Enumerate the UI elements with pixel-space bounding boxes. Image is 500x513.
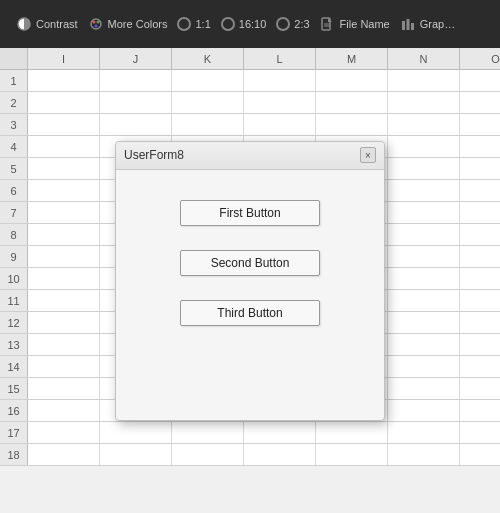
toolbar: Contrast More Colors 1:1 16:10 2:3 [0, 0, 500, 48]
toolbar-items: Contrast More Colors 1:1 16:10 2:3 [8, 0, 492, 48]
ratio-1-1-icon [177, 17, 191, 31]
second-button[interactable]: Second Button [180, 250, 320, 276]
col-header-k: K [172, 48, 244, 69]
table-row: 2 [0, 92, 500, 114]
graph-label: Grap… [420, 18, 455, 30]
toolbar-16-10[interactable]: 16:10 [221, 17, 267, 31]
dialog-titlebar: UserForm8 × [116, 142, 384, 170]
col-header-row-num [0, 48, 28, 69]
col-header-o: O [460, 48, 500, 69]
table-row: 17 [0, 422, 500, 444]
ratio-2-3-icon [276, 17, 290, 31]
toolbar-graph[interactable]: Grap… [400, 16, 455, 32]
col-header-l: L [244, 48, 316, 69]
column-headers: I J K L M N O [0, 48, 500, 70]
col-header-i: I [28, 48, 100, 69]
col-header-n: N [388, 48, 460, 69]
toolbar-more-colors[interactable]: More Colors [88, 16, 168, 32]
col-header-m: M [316, 48, 388, 69]
file-icon [320, 16, 336, 32]
svg-rect-7 [406, 19, 409, 30]
table-row: 18 [0, 444, 500, 466]
toolbar-2-3[interactable]: 2:3 [276, 17, 309, 31]
dialog-close-button[interactable]: × [360, 147, 376, 163]
svg-rect-8 [411, 23, 414, 30]
file-name-label: File Name [340, 18, 390, 30]
svg-point-3 [96, 21, 99, 24]
graph-icon [400, 16, 416, 32]
spreadsheet-grid: I J K L M N O 1 2 3 4 5 6 7 8 9 10 11 12… [0, 48, 500, 513]
col-header-j: J [100, 48, 172, 69]
svg-rect-6 [402, 21, 405, 30]
more-colors-label: More Colors [108, 18, 168, 30]
ratio-16-10-icon [221, 17, 235, 31]
toolbar-file-name[interactable]: File Name [320, 16, 390, 32]
ratio-16-10-label: 16:10 [239, 18, 267, 30]
ratio-2-3-label: 2:3 [294, 18, 309, 30]
toolbar-1-1[interactable]: 1:1 [177, 17, 210, 31]
userform-dialog: UserForm8 × First Button Second Button T… [115, 141, 385, 421]
contrast-icon [16, 16, 32, 32]
ratio-1-1-label: 1:1 [195, 18, 210, 30]
third-button[interactable]: Third Button [180, 300, 320, 326]
dialog-title: UserForm8 [124, 148, 184, 162]
toolbar-contrast[interactable]: Contrast [16, 16, 78, 32]
table-row: 3 [0, 114, 500, 136]
svg-point-4 [94, 25, 97, 28]
table-row: 1 [0, 70, 500, 92]
contrast-label: Contrast [36, 18, 78, 30]
dialog-body: First Button Second Button Third Button [116, 170, 384, 356]
svg-point-2 [92, 21, 95, 24]
palette-icon [88, 16, 104, 32]
first-button[interactable]: First Button [180, 200, 320, 226]
